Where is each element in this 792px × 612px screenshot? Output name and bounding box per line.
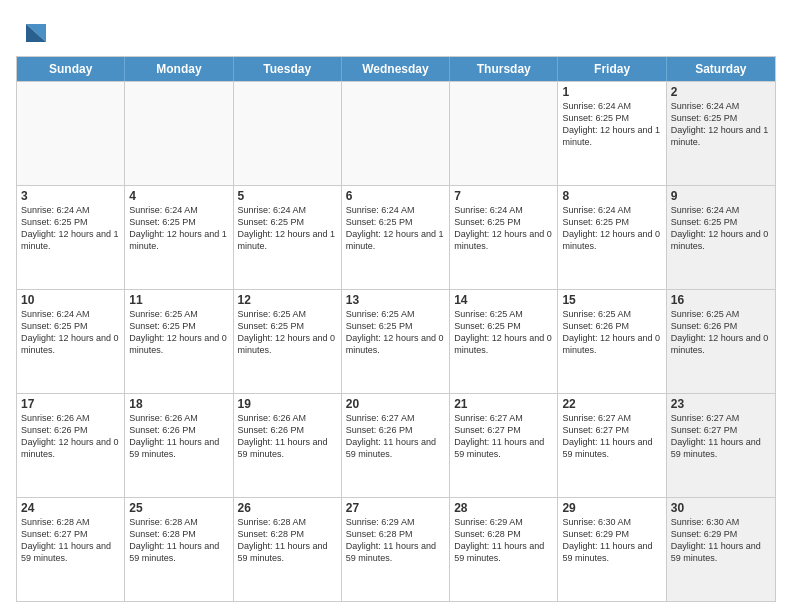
day-number: 8 [562,189,661,203]
cell-info: Sunrise: 6:28 AMSunset: 6:27 PMDaylight:… [21,516,120,565]
cell-info: Sunrise: 6:26 AMSunset: 6:26 PMDaylight:… [21,412,120,461]
calendar-cell-r2-c4: 14Sunrise: 6:25 AMSunset: 6:25 PMDayligh… [450,290,558,393]
cell-info: Sunrise: 6:24 AMSunset: 6:25 PMDaylight:… [671,204,771,253]
weekday-header-sunday: Sunday [17,57,125,81]
day-number: 25 [129,501,228,515]
logo-icon [18,20,46,48]
calendar-cell-r3-c0: 17Sunrise: 6:26 AMSunset: 6:26 PMDayligh… [17,394,125,497]
day-number: 17 [21,397,120,411]
day-number: 14 [454,293,553,307]
cell-info: Sunrise: 6:28 AMSunset: 6:28 PMDaylight:… [129,516,228,565]
calendar-cell-r1-c3: 6Sunrise: 6:24 AMSunset: 6:25 PMDaylight… [342,186,450,289]
calendar-cell-r1-c4: 7Sunrise: 6:24 AMSunset: 6:25 PMDaylight… [450,186,558,289]
calendar-cell-r2-c2: 12Sunrise: 6:25 AMSunset: 6:25 PMDayligh… [234,290,342,393]
day-number: 22 [562,397,661,411]
weekday-header-wednesday: Wednesday [342,57,450,81]
calendar-cell-r3-c1: 18Sunrise: 6:26 AMSunset: 6:26 PMDayligh… [125,394,233,497]
day-number: 24 [21,501,120,515]
day-number: 15 [562,293,661,307]
cell-info: Sunrise: 6:29 AMSunset: 6:28 PMDaylight:… [346,516,445,565]
cell-info: Sunrise: 6:24 AMSunset: 6:25 PMDaylight:… [671,100,771,149]
calendar-cell-r1-c5: 8Sunrise: 6:24 AMSunset: 6:25 PMDaylight… [558,186,666,289]
day-number: 27 [346,501,445,515]
page: SundayMondayTuesdayWednesdayThursdayFrid… [0,0,792,612]
cell-info: Sunrise: 6:30 AMSunset: 6:29 PMDaylight:… [671,516,771,565]
calendar-cell-r2-c0: 10Sunrise: 6:24 AMSunset: 6:25 PMDayligh… [17,290,125,393]
cell-info: Sunrise: 6:24 AMSunset: 6:25 PMDaylight:… [238,204,337,253]
cell-info: Sunrise: 6:25 AMSunset: 6:26 PMDaylight:… [562,308,661,357]
calendar-cell-r4-c5: 29Sunrise: 6:30 AMSunset: 6:29 PMDayligh… [558,498,666,601]
day-number: 19 [238,397,337,411]
cell-info: Sunrise: 6:27 AMSunset: 6:27 PMDaylight:… [454,412,553,461]
calendar-row-3: 17Sunrise: 6:26 AMSunset: 6:26 PMDayligh… [17,393,775,497]
calendar-header: SundayMondayTuesdayWednesdayThursdayFrid… [17,57,775,81]
cell-info: Sunrise: 6:24 AMSunset: 6:25 PMDaylight:… [21,308,120,357]
cell-info: Sunrise: 6:25 AMSunset: 6:25 PMDaylight:… [238,308,337,357]
calendar-cell-r2-c1: 11Sunrise: 6:25 AMSunset: 6:25 PMDayligh… [125,290,233,393]
calendar-row-2: 10Sunrise: 6:24 AMSunset: 6:25 PMDayligh… [17,289,775,393]
day-number: 26 [238,501,337,515]
calendar-body: 1Sunrise: 6:24 AMSunset: 6:25 PMDaylight… [17,81,775,601]
day-number: 1 [562,85,661,99]
calendar-row-1: 3Sunrise: 6:24 AMSunset: 6:25 PMDaylight… [17,185,775,289]
calendar-cell-r0-c5: 1Sunrise: 6:24 AMSunset: 6:25 PMDaylight… [558,82,666,185]
day-number: 30 [671,501,771,515]
day-number: 16 [671,293,771,307]
weekday-header-thursday: Thursday [450,57,558,81]
calendar-cell-r0-c2 [234,82,342,185]
calendar: SundayMondayTuesdayWednesdayThursdayFrid… [16,56,776,602]
day-number: 5 [238,189,337,203]
cell-info: Sunrise: 6:27 AMSunset: 6:27 PMDaylight:… [671,412,771,461]
cell-info: Sunrise: 6:30 AMSunset: 6:29 PMDaylight:… [562,516,661,565]
calendar-cell-r0-c1 [125,82,233,185]
calendar-cell-r0-c6: 2Sunrise: 6:24 AMSunset: 6:25 PMDaylight… [667,82,775,185]
calendar-cell-r1-c1: 4Sunrise: 6:24 AMSunset: 6:25 PMDaylight… [125,186,233,289]
cell-info: Sunrise: 6:25 AMSunset: 6:25 PMDaylight:… [346,308,445,357]
calendar-cell-r2-c5: 15Sunrise: 6:25 AMSunset: 6:26 PMDayligh… [558,290,666,393]
calendar-row-0: 1Sunrise: 6:24 AMSunset: 6:25 PMDaylight… [17,81,775,185]
day-number: 21 [454,397,553,411]
calendar-cell-r3-c6: 23Sunrise: 6:27 AMSunset: 6:27 PMDayligh… [667,394,775,497]
cell-info: Sunrise: 6:26 AMSunset: 6:26 PMDaylight:… [238,412,337,461]
weekday-header-saturday: Saturday [667,57,775,81]
header [16,16,776,48]
weekday-header-friday: Friday [558,57,666,81]
weekday-header-monday: Monday [125,57,233,81]
calendar-row-4: 24Sunrise: 6:28 AMSunset: 6:27 PMDayligh… [17,497,775,601]
day-number: 23 [671,397,771,411]
calendar-cell-r2-c3: 13Sunrise: 6:25 AMSunset: 6:25 PMDayligh… [342,290,450,393]
weekday-header-tuesday: Tuesday [234,57,342,81]
day-number: 4 [129,189,228,203]
day-number: 3 [21,189,120,203]
cell-info: Sunrise: 6:24 AMSunset: 6:25 PMDaylight:… [454,204,553,253]
cell-info: Sunrise: 6:27 AMSunset: 6:26 PMDaylight:… [346,412,445,461]
calendar-cell-r1-c6: 9Sunrise: 6:24 AMSunset: 6:25 PMDaylight… [667,186,775,289]
calendar-cell-r3-c5: 22Sunrise: 6:27 AMSunset: 6:27 PMDayligh… [558,394,666,497]
calendar-cell-r3-c2: 19Sunrise: 6:26 AMSunset: 6:26 PMDayligh… [234,394,342,497]
calendar-cell-r4-c3: 27Sunrise: 6:29 AMSunset: 6:28 PMDayligh… [342,498,450,601]
cell-info: Sunrise: 6:27 AMSunset: 6:27 PMDaylight:… [562,412,661,461]
day-number: 29 [562,501,661,515]
cell-info: Sunrise: 6:24 AMSunset: 6:25 PMDaylight:… [346,204,445,253]
logo [16,20,46,48]
cell-info: Sunrise: 6:24 AMSunset: 6:25 PMDaylight:… [129,204,228,253]
cell-info: Sunrise: 6:28 AMSunset: 6:28 PMDaylight:… [238,516,337,565]
calendar-cell-r4-c0: 24Sunrise: 6:28 AMSunset: 6:27 PMDayligh… [17,498,125,601]
calendar-cell-r3-c3: 20Sunrise: 6:27 AMSunset: 6:26 PMDayligh… [342,394,450,497]
cell-info: Sunrise: 6:26 AMSunset: 6:26 PMDaylight:… [129,412,228,461]
day-number: 11 [129,293,228,307]
calendar-cell-r1-c0: 3Sunrise: 6:24 AMSunset: 6:25 PMDaylight… [17,186,125,289]
calendar-cell-r0-c3 [342,82,450,185]
calendar-cell-r4-c6: 30Sunrise: 6:30 AMSunset: 6:29 PMDayligh… [667,498,775,601]
day-number: 28 [454,501,553,515]
day-number: 7 [454,189,553,203]
day-number: 10 [21,293,120,307]
calendar-cell-r0-c0 [17,82,125,185]
calendar-cell-r1-c2: 5Sunrise: 6:24 AMSunset: 6:25 PMDaylight… [234,186,342,289]
day-number: 6 [346,189,445,203]
cell-info: Sunrise: 6:29 AMSunset: 6:28 PMDaylight:… [454,516,553,565]
cell-info: Sunrise: 6:24 AMSunset: 6:25 PMDaylight:… [562,100,661,149]
day-number: 12 [238,293,337,307]
calendar-cell-r4-c1: 25Sunrise: 6:28 AMSunset: 6:28 PMDayligh… [125,498,233,601]
calendar-cell-r4-c2: 26Sunrise: 6:28 AMSunset: 6:28 PMDayligh… [234,498,342,601]
